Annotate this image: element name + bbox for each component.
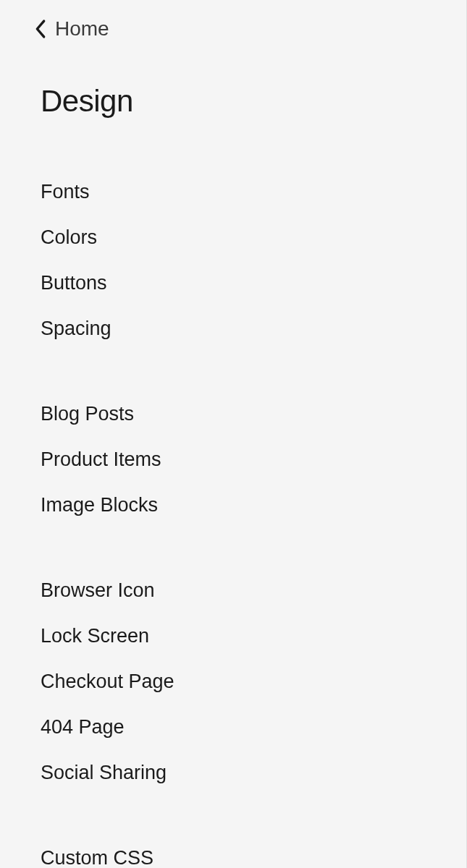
menu-item-blog-posts[interactable]: Blog Posts (41, 391, 466, 437)
menu-item-lock-screen[interactable]: Lock Screen (41, 613, 466, 659)
menu-item-custom-css[interactable]: Custom CSS (41, 835, 466, 868)
menu-group: Custom CSS (0, 835, 466, 868)
page-title: Design (0, 84, 466, 119)
menu-item-spacing[interactable]: Spacing (41, 306, 466, 352)
menu-item-checkout-page[interactable]: Checkout Page (41, 659, 466, 705)
chevron-left-icon (35, 19, 46, 39)
menu-item-fonts[interactable]: Fonts (41, 169, 466, 215)
design-panel: Home Design Fonts Colors Buttons Spacing… (0, 0, 467, 868)
menu-item-colors[interactable]: Colors (41, 215, 466, 260)
menu-item-product-items[interactable]: Product Items (41, 437, 466, 482)
menu-item-buttons[interactable]: Buttons (41, 260, 466, 306)
menu-item-image-blocks[interactable]: Image Blocks (41, 482, 466, 528)
menu-item-404-page[interactable]: 404 Page (41, 705, 466, 750)
menu-item-social-sharing[interactable]: Social Sharing (41, 750, 466, 796)
back-label: Home (55, 17, 109, 41)
menu-item-browser-icon[interactable]: Browser Icon (41, 568, 466, 613)
back-button[interactable]: Home (0, 17, 466, 41)
menu-group: Browser Icon Lock Screen Checkout Page 4… (0, 568, 466, 796)
menu-group: Fonts Colors Buttons Spacing (0, 169, 466, 352)
menu-group: Blog Posts Product Items Image Blocks (0, 391, 466, 528)
